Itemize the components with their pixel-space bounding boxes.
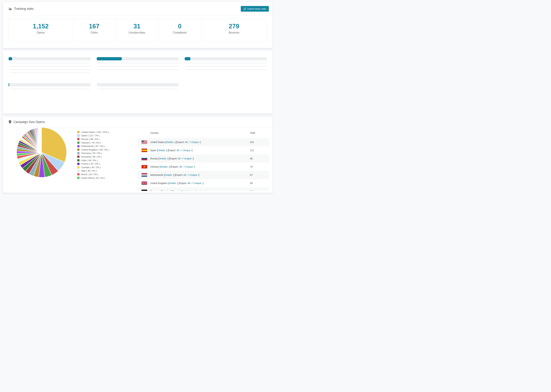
legend-item-canada: Canada ( 40 / 2% ) <box>77 166 109 169</box>
country-cell: Netherlands [Details ›] [Export: All › /… <box>150 174 250 176</box>
legend-item-spain: Spain ( 121 / 7% ) <box>77 134 109 138</box>
export-all-link[interactable]: All › <box>178 157 182 160</box>
details-link[interactable]: Details › <box>159 157 168 160</box>
legend-item-russia: Russia ( 86 / 5% ) <box>77 137 109 141</box>
table-row-ru: Russia [Details ›] [Export: All › / Uniq… <box>137 154 269 163</box>
column-header-country: Country <box>150 132 250 134</box>
export-all-link[interactable]: All › <box>185 141 189 143</box>
geo-section-title: Campaign Geo Opens <box>14 120 45 124</box>
legend-swatch <box>77 141 80 144</box>
legend-item-united-states: United States ( 541 / 31% ) <box>77 130 109 134</box>
legend-item-south-africa: South Africa ( 29 / 2% ) <box>77 176 109 180</box>
metric-row <box>8 63 91 64</box>
export-all-link[interactable]: All › <box>177 149 181 152</box>
legend-swatch <box>77 163 80 165</box>
dotted-leader <box>10 69 90 70</box>
legend-label: South Africa ( 29 / 2% ) <box>81 177 105 179</box>
total-value: 541 <box>250 141 269 143</box>
total-value: 79 <box>250 165 269 168</box>
progress-bar-fill <box>185 57 190 60</box>
flag-vn-icon <box>141 165 147 168</box>
stat-label: Complaints <box>158 31 201 34</box>
legend-label: Canada ( 40 / 2% ) <box>81 166 101 169</box>
details-link[interactable]: Details › <box>160 165 169 168</box>
metric-row <box>8 89 91 90</box>
metric-row <box>185 66 267 67</box>
geo-pie-chart <box>16 128 67 178</box>
legend-label: United States ( 541 / 31% ) <box>81 131 109 133</box>
total-value: 55 <box>250 190 269 191</box>
details-link[interactable]: Details › <box>158 149 167 152</box>
dotted-leader <box>186 63 266 63</box>
geo-table: Country Total United States [Details ›] … <box>137 128 269 191</box>
metric-row <box>185 63 267 64</box>
export-unique-link[interactable]: Unique › <box>191 141 200 143</box>
details-link[interactable]: Details › <box>164 174 173 176</box>
legend-label: Spain ( 121 / 7% ) <box>81 134 100 137</box>
location-pin-icon <box>8 120 11 124</box>
flag-es-icon <box>141 149 147 152</box>
summary-stat-unsubscribes: 31 Unsubscribes <box>115 19 158 41</box>
legend-swatch <box>77 152 80 154</box>
country-cell: Russia [Details ›] [Export: All › / Uniq… <box>150 157 250 160</box>
bar-chart-icon <box>8 7 12 10</box>
dotted-leader <box>10 72 90 73</box>
rate-panel-bounce-rate <box>185 55 267 73</box>
metric-row <box>97 66 179 67</box>
legend-item-netherlands: Netherlands ( 67 / 4% ) <box>77 144 109 148</box>
export-unique-link[interactable]: Unique › <box>183 149 192 152</box>
legend-swatch <box>77 177 80 179</box>
legend-item-vietnam: Vietnam ( 79 / 5% ) <box>77 141 109 145</box>
legend-label: Netherlands ( 67 / 4% ) <box>81 145 105 147</box>
legend-swatch <box>77 134 80 137</box>
total-value: 59 <box>250 182 269 185</box>
export-unique-link[interactable]: Unique › <box>186 190 196 191</box>
export-button-label: Export basic stats <box>247 7 266 10</box>
table-row-vn: Vietnam [Details ›] [Export: All › / Uni… <box>137 163 269 171</box>
details-link[interactable]: Details › <box>169 182 177 185</box>
export-all-link[interactable]: All › <box>184 174 188 176</box>
dotted-leader <box>186 66 266 66</box>
campaign-geo-opens-header: Campaign Geo Opens <box>3 117 273 128</box>
metric-row <box>8 69 91 70</box>
country-cell: United Kingdom [Details ›] [Export: All … <box>150 182 250 185</box>
progress-bar <box>97 83 179 86</box>
table-row-es: Spain [Details ›] [Export: All › / Uniqu… <box>137 146 269 154</box>
table-row-gb: United Kingdom [Details ›] [Export: All … <box>137 179 269 187</box>
metric-row <box>97 63 179 64</box>
dotted-leader <box>98 63 178 63</box>
summary-stat-bounces: 279 Bounces <box>201 19 267 41</box>
progress-bar <box>8 57 91 60</box>
progress-bar <box>8 83 91 86</box>
export-unique-link[interactable]: Unique › <box>190 174 199 176</box>
stat-value: 31 <box>116 23 158 30</box>
flag-ru-icon <box>141 157 147 160</box>
details-link[interactable]: Details › <box>161 190 170 191</box>
metric-row <box>185 69 267 70</box>
metric-row <box>97 69 179 70</box>
export-unique-link[interactable]: Unique › <box>184 157 193 160</box>
export-unique-link[interactable]: Unique › <box>194 182 203 185</box>
stat-value: 167 <box>73 23 115 30</box>
legend-swatch <box>77 173 80 175</box>
export-icon <box>243 7 246 10</box>
export-all-link[interactable]: All › <box>180 190 184 191</box>
dotted-leader <box>10 63 90 63</box>
summary-stat-opens: 1,152 Opens <box>9 19 73 41</box>
progress-bar <box>185 57 267 60</box>
flag-us-icon <box>141 140 147 144</box>
export-all-link[interactable]: All › <box>188 182 192 185</box>
stat-label: Bounces <box>201 31 267 34</box>
stat-label: Clicks <box>73 31 115 34</box>
legend-swatch <box>77 131 80 133</box>
details-link[interactable]: Details › <box>166 141 175 143</box>
stat-value: 279 <box>201 23 267 30</box>
export-all-link[interactable]: All › <box>179 165 183 168</box>
legend-swatch <box>77 166 80 168</box>
export-unique-link[interactable]: Unique › <box>185 165 194 168</box>
tracking-stats-header: Tracking stats Export basic stats <box>3 2 273 16</box>
export-basic-stats-button[interactable]: Export basic stats <box>241 6 269 12</box>
flag-de-icon <box>141 190 147 191</box>
rate-panel-clicks-rate <box>8 55 91 73</box>
legend-label: Italy ( 36 / 2% ) <box>81 169 97 172</box>
